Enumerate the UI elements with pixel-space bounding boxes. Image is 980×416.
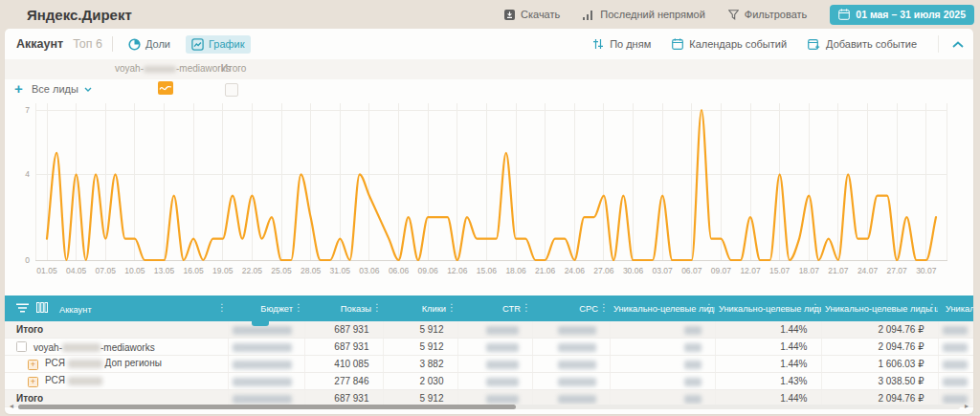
row-label: voyah--mediaworks — [5, 339, 228, 356]
metric-label: Все лиды — [32, 83, 78, 95]
redacted-value — [233, 326, 292, 335]
download-label: Скачать — [521, 9, 560, 20]
add-event-icon — [808, 38, 820, 50]
entity-title: Аккаунт — [16, 37, 63, 51]
redacted-text — [62, 343, 100, 352]
calendar-events-icon — [672, 38, 683, 50]
granularity-icon — [592, 38, 604, 50]
column-header-account[interactable]: Аккаунт — [5, 296, 228, 321]
redacted-value — [486, 326, 519, 335]
topbar: Яндекс.Директ Скачать Последний непрямой… — [0, 0, 980, 29]
stats-table: Аккаунт Бюджет Показы Клики CTR CPC Уник… — [5, 296, 973, 407]
table-row[interactable]: +РСЯ Доп регионы 410 085 3 882 1.44% 1 6… — [5, 356, 973, 373]
redacted-value — [486, 343, 519, 352]
events-calendar-button[interactable]: Календарь событий — [672, 38, 787, 50]
legend-column-total: Итого — [221, 63, 246, 74]
redacted-value — [684, 378, 702, 386]
redacted-text — [68, 360, 102, 368]
filter-icon — [728, 10, 739, 20]
legend-band: voyah--mediaworks Итого — [5, 59, 973, 79]
table-row[interactable]: Итого 687 931 5 912 1.44% 2 094.76 ₽ — [5, 321, 973, 339]
attribution-model-button[interactable]: Последний непрямой — [583, 9, 705, 20]
granularity-button[interactable]: По дням — [592, 38, 651, 50]
pie-icon — [128, 38, 141, 51]
redacted-value — [558, 361, 596, 369]
chevron-up-icon — [952, 41, 964, 48]
add-event-button[interactable]: Добавить событие — [808, 38, 917, 50]
column-header-utl[interactable]: Уникально-целевые лиды — [610, 296, 715, 321]
y-axis-label: 7 — [7, 105, 30, 115]
events-calendar-label: Календарь событий — [689, 38, 787, 50]
collapse-panel-button[interactable] — [938, 35, 964, 53]
topbar-actions: Скачать Последний непрямой Фильтровать 0… — [504, 4, 974, 25]
chart-canvas[interactable] — [35, 103, 947, 266]
download-icon — [504, 10, 515, 20]
filter-label: Фильтровать — [745, 9, 807, 20]
redacted-value — [558, 343, 596, 352]
y-axis-label: 4 — [7, 169, 30, 179]
view-shares-button[interactable]: Доли — [122, 35, 176, 54]
download-button[interactable]: Скачать — [504, 9, 560, 20]
redacted-value — [558, 326, 596, 335]
line-chart: 047 01.0504.0507.0510.0513.0516.0519.052… — [5, 101, 973, 289]
row-checkbox[interactable] — [16, 341, 27, 352]
x-axis-label: 30.07 — [907, 266, 946, 275]
scroll-right-icon[interactable]: ▸ — [965, 402, 969, 410]
calendar-icon — [838, 9, 850, 20]
divider — [112, 36, 113, 52]
column-header-budget[interactable]: Бюджет — [228, 296, 304, 321]
redacted-value — [943, 326, 968, 335]
table-row[interactable]: voyah--mediaworks 687 931 5 912 1.44% 2 … — [5, 339, 973, 356]
view-chart-button[interactable]: График — [186, 35, 251, 54]
redacted-value — [558, 395, 596, 404]
redacted-value — [558, 378, 596, 386]
redacted-value — [233, 343, 292, 352]
expand-icon[interactable]: + — [28, 360, 38, 370]
table-header-row: Аккаунт Бюджет Показы Клики CTR CPC Уник… — [5, 296, 973, 321]
chart-icon — [191, 38, 204, 51]
legend-row: + Все лиды — [5, 79, 973, 100]
toolbar-left: Аккаунт Топ 6 Доли График — [5, 35, 251, 54]
metric-select[interactable]: Все лиды — [32, 83, 92, 95]
table-row[interactable]: +РСЯ 277 846 2 030 1.43% 3 038.50 ₽ — [5, 373, 973, 390]
view-shares-label: Доли — [145, 38, 170, 50]
series-toggle-total[interactable] — [225, 83, 238, 97]
toolbar-right: По дням Календарь событий Добавить событ… — [592, 29, 964, 59]
date-range-label: 01 мая – 31 июля 2025 — [856, 9, 966, 20]
redacted-value — [684, 326, 702, 335]
scrollbar-thumb[interactable] — [18, 405, 516, 409]
date-range-button[interactable]: 01 мая – 31 июля 2025 — [830, 5, 974, 25]
filter-rows-icon[interactable] — [16, 303, 29, 313]
series-line — [47, 110, 936, 260]
redacted-value — [684, 361, 702, 369]
columns-icon[interactable] — [36, 302, 48, 313]
chevron-down-icon — [84, 87, 92, 92]
redacted-text — [144, 66, 176, 73]
scroll-left-icon[interactable]: ◂ — [10, 402, 13, 410]
page-title: Яндекс.Директ — [27, 7, 132, 23]
expand-icon[interactable]: + — [28, 377, 38, 387]
column-header-clipped[interactable]: Уникал — [938, 296, 973, 321]
redacted-value — [233, 395, 292, 404]
add-event-label: Добавить событие — [826, 38, 917, 50]
attribution-model-label: Последний непрямой — [600, 9, 705, 20]
filter-button[interactable]: Фильтровать — [728, 9, 807, 20]
panel-toolbar: Аккаунт Топ 6 Доли График — [5, 29, 973, 59]
redacted-text — [68, 377, 102, 385]
redacted-value — [233, 378, 292, 386]
horizontal-scrollbar[interactable] — [18, 405, 960, 409]
column-header-ctr[interactable]: CTR — [457, 296, 532, 321]
view-chart-label: График — [209, 38, 245, 50]
add-metric-icon[interactable]: + — [14, 80, 23, 97]
series-toggle-account[interactable] — [158, 81, 173, 99]
redacted-value — [684, 395, 702, 404]
legend-column-account: voyah--mediaworks — [115, 63, 231, 74]
column-header-utl-price[interactable]: Уникально-целевые лиды цена — [821, 296, 938, 321]
column-header-shows[interactable]: Показы — [304, 296, 383, 321]
column-header-cpc[interactable]: CPC — [532, 296, 610, 321]
redacted-value — [943, 343, 968, 352]
redacted-value — [684, 343, 702, 352]
redacted-value — [943, 361, 968, 369]
column-header-utl-pct[interactable]: Уникально-целевые лиды % — [715, 296, 821, 321]
column-header-clicks[interactable]: Клики — [383, 296, 457, 321]
